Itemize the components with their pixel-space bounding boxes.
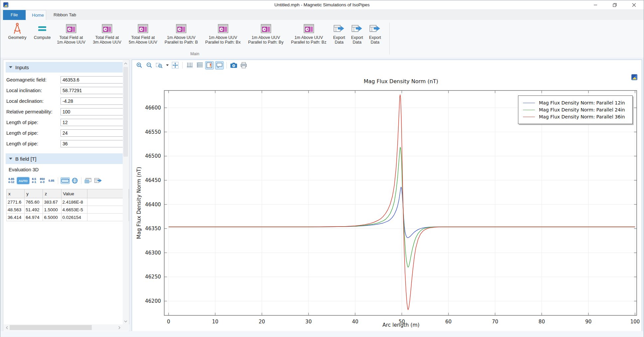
- input-field-7[interactable]: [61, 140, 126, 147]
- ribbon-button-parallel-path-bx[interactable]: 1m Above UUVParallel to Path: Bx: [202, 21, 244, 45]
- scroll-up-icon[interactable]: [123, 61, 129, 66]
- scroll-left-icon[interactable]: [4, 324, 10, 331]
- format-button-fmt-eng[interactable]: 8.5e-1: [31, 177, 37, 184]
- ribbon-button-parallel-path-b[interactable]: 1m Above UUVParallel to Path: B: [161, 21, 201, 45]
- scroll-right-icon[interactable]: [117, 324, 122, 331]
- table-cell: 36.414: [7, 214, 25, 221]
- tab-file[interactable]: File: [3, 10, 26, 20]
- horizontal-scroll-thumb[interactable]: [10, 325, 92, 330]
- ribbon-button-export-data-2[interactable]: ExportData: [348, 21, 366, 45]
- zoom-dropdown-icon[interactable]: [165, 62, 169, 69]
- table-row[interactable]: 2771.6765.60383.672.4186E-8: [7, 198, 129, 206]
- table-cell: 6.5000: [43, 214, 61, 221]
- legend-toggle-icon[interactable]: [205, 62, 213, 69]
- ribbon-button-total-field-5m[interactable]: Total Field at5m Above UUV: [125, 21, 161, 45]
- restore-button[interactable]: [605, 0, 624, 9]
- svg-text:46450: 46450: [145, 177, 161, 183]
- ribbon-button-label: ExportData: [333, 35, 345, 45]
- chart-grid: [164, 90, 637, 315]
- print-icon[interactable]: [240, 62, 248, 69]
- ribbon-button-compute[interactable]: Compute: [32, 21, 53, 45]
- legend-label: Mag Flux Density Norm: Parallel 36in: [539, 114, 625, 119]
- axis-grid-x-icon[interactable]: [195, 62, 203, 69]
- plot-group-window-icon: [176, 24, 187, 33]
- format-button-fmt-sci[interactable]: 8.85e-12: [7, 177, 15, 184]
- svg-text:46500: 46500: [145, 153, 161, 159]
- image-snapshot-icon[interactable]: [230, 62, 238, 69]
- table-cell: 2771.6: [7, 198, 25, 206]
- bfield-section-header[interactable]: B field [T]: [6, 153, 123, 164]
- svg-text:90: 90: [585, 319, 591, 325]
- input-field-4[interactable]: [61, 108, 126, 115]
- legend-line-sample: [523, 103, 535, 103]
- svg-text:46200: 46200: [145, 298, 161, 304]
- ribbon-button-geometry[interactable]: Geometry: [4, 21, 31, 45]
- zoom-extents-icon[interactable]: [171, 62, 179, 69]
- legend-line-sample: [523, 117, 535, 117]
- ribbon-button-parallel-path-by[interactable]: 1m Above UUVParallel to Path: By: [245, 21, 287, 45]
- table-header-z[interactable]: z: [43, 189, 61, 198]
- plot-group-window-icon: [66, 24, 76, 33]
- table-row[interactable]: 36.41464.9746.50000.026154: [7, 214, 129, 221]
- inputs-section-header[interactable]: Inputs: [6, 62, 123, 73]
- evaluation-table[interactable]: xyzValue2771.6765.60383.672.4186E-848.56…: [6, 189, 129, 221]
- minimize-button[interactable]: [586, 0, 605, 9]
- tooltip-toggle-icon[interactable]: [215, 62, 223, 69]
- tab-ribbon-1[interactable]: Ribbon Tab 1: [46, 10, 83, 20]
- format-button-fmt-dec[interactable]: 0.85: [48, 179, 56, 183]
- svg-text:60: 60: [445, 319, 451, 325]
- zoom-in-icon[interactable]: [135, 62, 143, 69]
- geometry-compass-icon: [11, 22, 23, 35]
- input-field-1[interactable]: [61, 76, 126, 84]
- full-precision-icon[interactable]: [61, 178, 69, 184]
- ribbon-group-label: Main: [173, 52, 216, 56]
- input-field-row: Length of pipe:: [6, 129, 123, 137]
- format-button-fmt-auto[interactable]: AUTO: [17, 177, 29, 184]
- ribbon-button-total-field-1m[interactable]: Total Field at1m Above UUV: [54, 21, 89, 45]
- axis-grid-y-icon[interactable]: [186, 62, 193, 69]
- table-cell: 64.974: [25, 214, 43, 221]
- zoom-box-icon[interactable]: [155, 62, 163, 69]
- table-window-icon[interactable]: [84, 177, 92, 184]
- input-field-5[interactable]: [61, 119, 126, 126]
- toolbar-separator: [58, 177, 58, 184]
- close-button[interactable]: [624, 0, 644, 9]
- graphics-panel: 0102030405060708090100462004625046300463…: [132, 60, 642, 331]
- settings-vertical-scrollbar[interactable]: [123, 60, 129, 325]
- export-data-icon: [369, 24, 381, 33]
- compute-equals-icon: [37, 24, 47, 33]
- ribbon-button-label: Total Field at1m Above UUV: [57, 35, 85, 45]
- chart-legend[interactable]: Mag Flux Density Norm: Parallel 12inMag …: [518, 95, 633, 124]
- zoom-out-icon[interactable]: [145, 62, 153, 69]
- format-button-fmt-eng3[interactable]: 850e-3: [39, 177, 46, 184]
- ribbon-button-total-field-3m[interactable]: Total Field at3m Above UUV: [89, 21, 125, 45]
- svg-text:30: 30: [305, 319, 312, 325]
- ribbon-button-export-data-1[interactable]: ExportData: [330, 21, 348, 45]
- table-header-x[interactable]: x: [7, 189, 25, 198]
- spherical-coordinates-icon[interactable]: [71, 177, 78, 184]
- statusbar: [0, 331, 644, 337]
- table-header-Value[interactable]: Value: [61, 189, 87, 198]
- ribbon-button-parallel-path-bz[interactable]: 1m Above UUVParallel to Path: Bz: [288, 21, 330, 45]
- tab-home[interactable]: Home: [26, 10, 46, 20]
- scroll-down-icon[interactable]: [123, 319, 129, 324]
- input-field-6[interactable]: [61, 129, 126, 137]
- legend-line-sample: [523, 110, 535, 110]
- table-row[interactable]: 48.56351.4921.50004.6653E-5: [7, 206, 129, 214]
- svg-text:46350: 46350: [145, 226, 161, 232]
- table-header-y[interactable]: y: [25, 189, 43, 198]
- table-export-icon[interactable]: [94, 177, 102, 184]
- bfield-section-title: B field [T]: [15, 156, 36, 162]
- input-field-2[interactable]: [61, 87, 126, 94]
- ribbon-button-export-data-3[interactable]: ExportData: [366, 21, 384, 45]
- input-field-row: Local inclination:: [6, 87, 123, 94]
- table-cell: 48.563: [7, 206, 25, 214]
- ribbon-button-label: 1m Above UUVParallel to Path: By: [248, 35, 283, 45]
- settings-panel: Inputs Geomagnetic field:Local inclinati…: [3, 60, 129, 331]
- input-field-3[interactable]: [61, 97, 126, 105]
- settings-horizontal-scrollbar[interactable]: [4, 324, 129, 331]
- input-field-row: Local declination:: [6, 97, 123, 105]
- vertical-scroll-thumb[interactable]: [123, 67, 128, 157]
- export-data-icon: [351, 24, 363, 33]
- legend-item: Mag Flux Density Norm: Parallel 12in: [523, 100, 632, 105]
